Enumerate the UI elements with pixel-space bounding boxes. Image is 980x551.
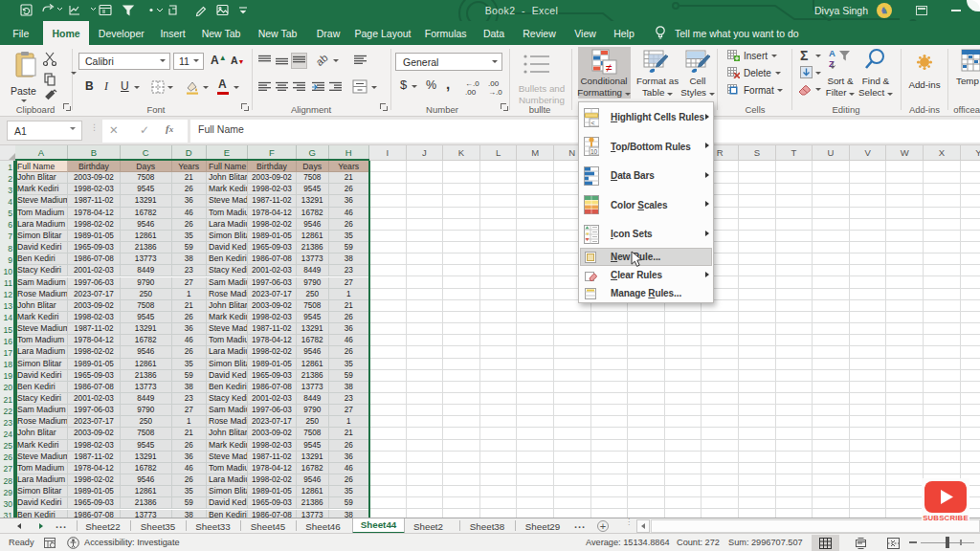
svg-text:≠: ≠ — [606, 61, 612, 75]
svg-text:10: 10 — [590, 148, 598, 155]
svg-text:ab: ab — [316, 53, 330, 67]
svg-text:<: < — [591, 119, 595, 125]
svg-text:A: A — [829, 48, 835, 58]
